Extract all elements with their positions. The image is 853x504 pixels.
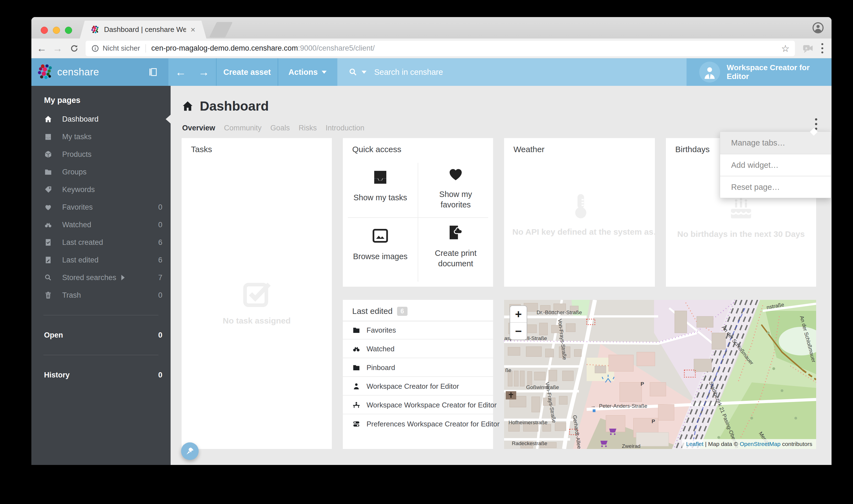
fullscreen-window-button[interactable] [65, 27, 72, 34]
url-path: :9000/censhare5/client/ [298, 44, 375, 53]
search-icon [44, 273, 52, 282]
zoom-in-button[interactable]: + [510, 306, 527, 323]
divider [348, 217, 488, 218]
inbox-icon [44, 132, 52, 141]
pin-fab-button[interactable] [181, 443, 199, 460]
browser-menu-icon[interactable] [821, 43, 823, 53]
sidebar-item-my-tasks[interactable]: My tasks [31, 128, 171, 146]
info-icon[interactable] [91, 44, 99, 53]
inbox-icon [371, 168, 389, 186]
list-item-watched[interactable]: Watched [343, 340, 493, 358]
widget-weather: Weather No API key defined at the system… [504, 138, 655, 287]
cube-icon [44, 150, 52, 159]
sidebar-item-groups[interactable]: Groups [31, 163, 171, 181]
collapse-sidebar-icon[interactable] [148, 66, 157, 78]
app-back-button[interactable]: ← [175, 66, 186, 78]
close-tab-icon[interactable]: × [191, 25, 195, 34]
list-item-workspace-workspace[interactable]: Workspace Workspace Creator for Editor [343, 396, 493, 414]
person-icon [352, 382, 360, 390]
workspace-name: Workspace Creator for Editor [727, 63, 832, 81]
thermometer-icon [564, 191, 594, 221]
trash-icon [44, 291, 52, 299]
menu-item-manage-tabs[interactable]: Manage tabs… [720, 132, 831, 154]
sidebar-item-products[interactable]: Products [31, 146, 171, 163]
folder-icon [352, 326, 360, 334]
search-scope-chevron-icon[interactable] [361, 71, 367, 74]
desk-icon [352, 401, 360, 409]
quick-browse-images[interactable]: Browse images [345, 227, 415, 262]
tab-overview[interactable]: Overview [182, 124, 215, 132]
heart-icon [447, 164, 465, 183]
app-header: censhare ← → Create asset Actions [31, 58, 832, 86]
map-canvas[interactable]: Dr.-Böttcher-Straße Kaspar-Kerll-Straße … [504, 300, 816, 449]
parking-icon: P [652, 418, 655, 424]
minimize-window-button[interactable] [53, 27, 60, 34]
page-title: Dashboard [200, 98, 269, 114]
sidebar-divider [43, 315, 159, 315]
task-check-icon [240, 277, 273, 310]
heart-icon [44, 203, 52, 211]
extension-icon[interactable]: a [802, 43, 814, 53]
openstreetmap-link[interactable]: OpenStreetMap [740, 441, 780, 447]
sidebar-item-stored-searches[interactable]: Stored searches 7 [31, 269, 171, 286]
security-label: Nicht sicher [103, 44, 140, 53]
workspace-switcher[interactable]: Workspace Creator for Editor [687, 58, 832, 86]
svg-text:a: a [805, 46, 807, 50]
quick-show-my-tasks[interactable]: Show my tasks [345, 168, 415, 203]
actions-button[interactable]: Actions [278, 58, 337, 86]
create-asset-button[interactable]: Create asset [216, 58, 278, 86]
widget-tasks: Tasks No task assigned [182, 138, 332, 449]
tab-introduction[interactable]: Introduction [325, 124, 364, 132]
search-input[interactable]: Search in censhare [374, 68, 443, 77]
count-badge: 6 [397, 307, 408, 316]
browser-back-button[interactable]: ← [36, 43, 47, 54]
tab-goals[interactable]: Goals [270, 124, 290, 132]
tab-risks[interactable]: Risks [299, 124, 317, 132]
print-document-cloud-icon [447, 223, 465, 241]
quick-create-print-document[interactable]: Create print document [421, 223, 490, 269]
poi-label: Zweirad [622, 443, 641, 449]
browser-reload-button[interactable] [70, 44, 79, 53]
page-home-icon [182, 100, 194, 112]
tab-community[interactable]: Community [224, 124, 262, 132]
sidebar-item-dashboard[interactable]: Dashboard [31, 110, 171, 128]
close-window-button[interactable] [41, 27, 48, 34]
app-logo-area[interactable]: censhare [31, 58, 168, 86]
bookmark-star-icon[interactable]: ☆ [781, 43, 789, 54]
expand-arrow-icon[interactable] [121, 275, 125, 280]
new-tab-button[interactable] [209, 22, 232, 37]
sidebar-item-keywords[interactable]: Keywords [31, 181, 171, 198]
sidebar-item-watched[interactable]: Watched0 [31, 216, 171, 234]
browser-forward-button[interactable]: → [52, 43, 63, 54]
list-item-favorites[interactable]: Favorites [343, 321, 493, 340]
list-item-workspace[interactable]: Workspace Creator for Editor [343, 377, 493, 396]
sidebar-item-open[interactable]: Open0 [31, 326, 171, 344]
zoom-out-button[interactable]: − [510, 323, 527, 340]
sidebar-item-last-edited[interactable]: Last edited6 [31, 251, 171, 269]
document-check-icon [44, 238, 52, 247]
home-icon [44, 115, 52, 123]
list-item-preferences-workspace[interactable]: Preferences Workspace Creator for Editor [343, 415, 493, 433]
app-forward-button[interactable]: → [198, 66, 209, 78]
sidebar-item-last-created[interactable]: Last created6 [31, 234, 171, 251]
list-item-pinboard[interactable]: Pinboard [343, 359, 493, 377]
global-search[interactable]: Search in censhare [337, 58, 687, 86]
quick-show-my-favorites[interactable]: Show my favorites [421, 164, 490, 210]
tab-title: Dashboard | censhare Web [104, 25, 186, 34]
map-zoom-control: + − [510, 305, 527, 340]
menu-item-reset-page[interactable]: Reset page… [720, 176, 831, 198]
street-label: Peter-Anders-Straße [599, 403, 647, 409]
menu-item-add-widget[interactable]: Add widget… [720, 154, 831, 176]
sidebar-item-favorites[interactable]: Favorites0 [31, 198, 171, 216]
address-bar[interactable]: Nicht sicher cen-pro-magalog-demo.demo.c… [86, 41, 795, 56]
screen: Dashboard | censhare Web × ← → [0, 0, 853, 504]
sidebar-item-history[interactable]: History0 [31, 366, 171, 384]
sidebar-divider [43, 355, 159, 355]
browser-tab[interactable]: Dashboard | censhare Web × [80, 21, 207, 38]
dashboard-main: Dashboard Overview Community Goals Risks… [171, 86, 832, 465]
map-attribution: Leaflet | Map data © OpenStreetMap contr… [682, 439, 816, 449]
leaflet-link[interactable]: Leaflet [686, 441, 703, 447]
sidebar-item-trash[interactable]: Trash0 [31, 286, 171, 304]
street-label: Dr.-Böttcher-Straße [537, 309, 582, 315]
browser-profile-icon[interactable] [812, 21, 824, 34]
